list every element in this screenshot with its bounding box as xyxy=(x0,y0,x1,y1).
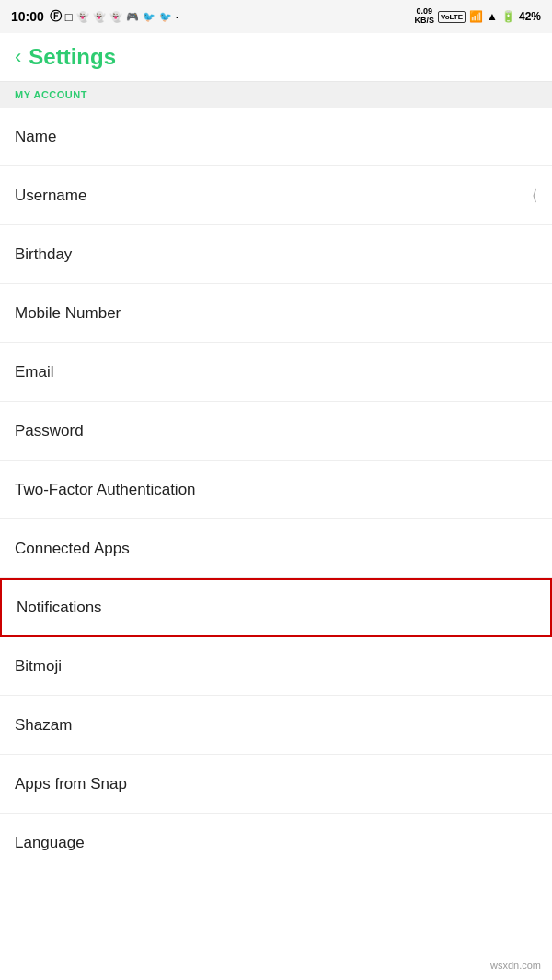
status-bar-right: 0.09 KB/S VoLTE 📶 ▲ 🔋 42% xyxy=(414,7,541,26)
settings-item-username[interactable]: Username⟨ xyxy=(0,166,552,225)
settings-item-notifications[interactable]: Notifications xyxy=(0,578,552,637)
settings-label-bitmoji: Bitmoji xyxy=(15,657,62,676)
status-icons: Ⓕ □ 👻 👻 👻 🎮 🐦 🐦 · xyxy=(50,8,178,25)
snapchat-icon-1: 👻 xyxy=(76,11,89,23)
settings-label-password: Password xyxy=(15,422,84,440)
settings-list: MY ACCOUNTNameUsername⟨BirthdayMobile Nu… xyxy=(0,82,552,872)
signal-icon: ▲ xyxy=(487,10,498,23)
settings-item-password[interactable]: Password xyxy=(0,402,552,461)
facebook-icon: Ⓕ xyxy=(50,8,62,25)
settings-item-email[interactable]: Email xyxy=(0,343,552,402)
back-button[interactable]: ‹ xyxy=(15,45,21,69)
twitter-icon-1: 🐦 xyxy=(143,11,155,23)
settings-item-shazam[interactable]: Shazam xyxy=(0,696,552,755)
watermark: wsxdn.com xyxy=(487,958,545,973)
settings-item-name[interactable]: Name xyxy=(0,108,552,166)
settings-item-mobile-number[interactable]: Mobile Number xyxy=(0,284,552,343)
settings-label-language: Language xyxy=(15,834,85,852)
settings-label-connected-apps: Connected Apps xyxy=(15,540,130,558)
status-bar: 10:00 Ⓕ □ 👻 👻 👻 🎮 🐦 🐦 · 0.09 KB/S VoLTE … xyxy=(0,0,552,33)
section-header-my-account: MY ACCOUNT xyxy=(0,82,552,108)
snapchat-icon-3: 👻 xyxy=(109,11,122,23)
settings-label-two-factor: Two-Factor Authentication xyxy=(15,481,196,499)
settings-item-apps-from-snap[interactable]: Apps from Snap xyxy=(0,755,552,814)
app-icon-4: 🎮 xyxy=(126,11,139,23)
page-header: ‹ Settings xyxy=(0,33,552,82)
battery-icon: 🔋 xyxy=(501,10,515,23)
settings-label-shazam: Shazam xyxy=(15,716,72,735)
settings-label-mobile-number: Mobile Number xyxy=(15,304,121,323)
settings-label-apps-from-snap: Apps from Snap xyxy=(15,775,127,793)
settings-label-email: Email xyxy=(15,363,54,382)
settings-label-birthday: Birthday xyxy=(15,245,72,264)
instagram-icon: □ xyxy=(65,10,73,24)
snapchat-icon-2: 👻 xyxy=(93,11,106,23)
settings-item-birthday[interactable]: Birthday xyxy=(0,225,552,284)
settings-item-connected-apps[interactable]: Connected Apps xyxy=(0,519,552,578)
status-time: 10:00 xyxy=(11,9,44,24)
settings-label-notifications: Notifications xyxy=(17,598,102,617)
wifi-icon: 📶 xyxy=(469,10,483,23)
settings-label-username: Username xyxy=(15,187,86,205)
status-bar-left: 10:00 Ⓕ □ 👻 👻 👻 🎮 🐦 🐦 · xyxy=(11,8,178,25)
page-title: Settings xyxy=(29,44,116,70)
settings-item-language[interactable]: Language xyxy=(0,814,552,872)
settings-item-bitmoji[interactable]: Bitmoji xyxy=(0,637,552,696)
battery-percent: 42% xyxy=(519,10,541,23)
twitter-icon-2: 🐦 xyxy=(159,11,172,23)
settings-item-two-factor[interactable]: Two-Factor Authentication xyxy=(0,461,552,519)
volte-badge: VoLTE xyxy=(438,11,466,23)
dot-icon: · xyxy=(176,10,179,24)
network-speed: 0.09 KB/S xyxy=(414,7,434,26)
settings-icon-username: ⟨ xyxy=(532,187,537,204)
settings-label-name: Name xyxy=(15,128,56,146)
